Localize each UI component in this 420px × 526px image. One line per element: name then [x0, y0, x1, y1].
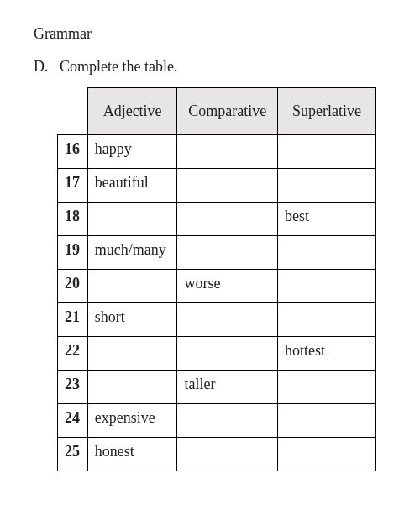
cell-adjective: beautiful — [87, 169, 177, 203]
row-number: 21 — [58, 303, 88, 337]
table-row: 16happy — [58, 135, 376, 169]
cell-adjective: honest — [87, 438, 177, 471]
cell-comparative — [177, 135, 277, 169]
table-header-row: Adjective Comparative Superlative — [58, 88, 376, 135]
cell-superlative — [277, 270, 375, 303]
header-superlative: Superlative — [277, 88, 375, 135]
row-number: 19 — [58, 236, 88, 270]
instruction-line: D. Complete the table. — [34, 58, 386, 76]
table-row: 20worse — [58, 270, 376, 303]
cell-superlative: best — [277, 203, 375, 236]
cell-superlative — [277, 303, 375, 337]
grammar-table: Adjective Comparative Superlative 16happ… — [57, 87, 376, 471]
cell-comparative — [177, 337, 277, 371]
cell-adjective — [87, 270, 177, 303]
row-number: 18 — [58, 203, 88, 236]
cell-comparative — [177, 236, 277, 270]
table-row: 25honest — [58, 438, 376, 471]
table-row: 22hottest — [58, 337, 376, 371]
row-number: 20 — [58, 270, 88, 303]
cell-superlative — [277, 236, 375, 270]
row-number: 17 — [58, 169, 88, 203]
header-blank — [58, 88, 88, 135]
cell-comparative — [177, 404, 277, 438]
cell-adjective: much/many — [87, 236, 177, 270]
cell-adjective — [87, 371, 177, 404]
cell-adjective — [87, 337, 177, 371]
table-row: 23taller — [58, 371, 376, 404]
cell-adjective: short — [87, 303, 177, 337]
cell-adjective: happy — [87, 135, 177, 169]
cell-superlative: hottest — [277, 337, 375, 371]
cell-adjective: expensive — [87, 404, 177, 438]
cell-superlative — [277, 169, 375, 203]
cell-comparative: worse — [177, 270, 277, 303]
instruction-text: Complete the table. — [60, 58, 177, 75]
row-number: 24 — [58, 404, 88, 438]
cell-comparative — [177, 303, 277, 337]
header-adjective: Adjective — [87, 88, 177, 135]
cell-adjective — [87, 203, 177, 236]
cell-superlative — [277, 371, 375, 404]
header-comparative: Comparative — [177, 88, 277, 135]
cell-superlative — [277, 404, 375, 438]
row-number: 23 — [58, 371, 88, 404]
cell-comparative — [177, 438, 277, 471]
row-number: 22 — [58, 337, 88, 371]
cell-comparative — [177, 203, 277, 236]
table-row: 19much/many — [58, 236, 376, 270]
table-row: 21short — [58, 303, 376, 337]
table-row: 24expensive — [58, 404, 376, 438]
cell-comparative: taller — [177, 371, 277, 404]
section-title: Grammar — [34, 25, 386, 43]
table-row: 18best — [58, 203, 376, 236]
row-number: 16 — [58, 135, 88, 169]
cell-superlative — [277, 438, 375, 471]
row-number: 25 — [58, 438, 88, 471]
instruction-label: D. — [34, 58, 49, 75]
table-row: 17beautiful — [58, 169, 376, 203]
cell-superlative — [277, 135, 375, 169]
cell-comparative — [177, 169, 277, 203]
